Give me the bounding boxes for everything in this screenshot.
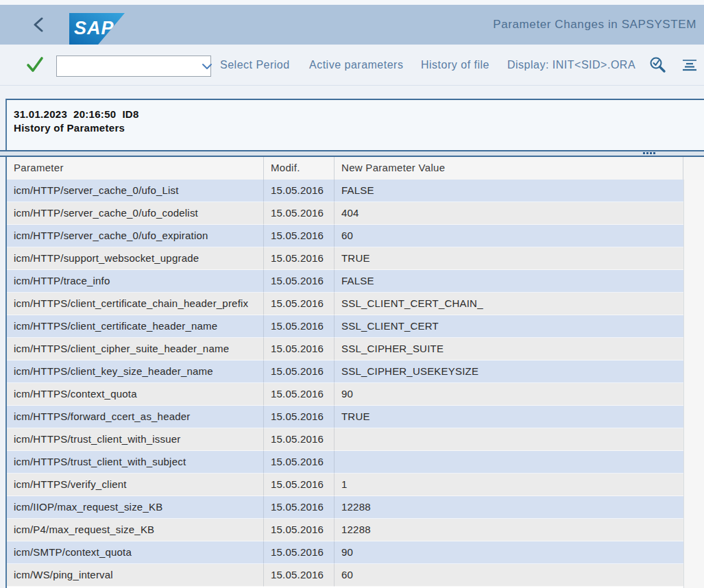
check-icon xyxy=(25,54,45,75)
table-row[interactable]: icm/HTTPS/client_cipher_suite_header_nam… xyxy=(7,338,683,360)
cell-modif: 15.05.2016 xyxy=(264,428,335,451)
cell-modif: 15.05.2016 xyxy=(264,541,335,564)
cell-parameter: icm/HTTP/server_cache_0/ufo_expiration xyxy=(7,225,264,247)
cell-parameter: icm/HTTPS/client_certificate_chain_heade… xyxy=(7,293,264,315)
table-row[interactable]: icm/HTTP/server_cache_0/ufo_codelist 15.… xyxy=(7,202,683,225)
table-row[interactable]: icm/HTTP/trace_info 15.05.2016 FALSE xyxy=(7,270,683,293)
cell-value: 90 xyxy=(335,541,683,564)
cell-value: 60 xyxy=(335,225,683,247)
cell-modif: 15.05.2016 xyxy=(264,564,335,587)
cell-parameter: icm/HTTPS/verify_client xyxy=(7,474,264,496)
table-row[interactable]: icm/IIOP/max_request_size_KB 15.05.2016 … xyxy=(7,496,683,519)
cell-modif: 15.05.2016 xyxy=(264,315,335,338)
table-row[interactable]: icm/SMTP/context_quota 15.05.2016 90 xyxy=(7,541,683,564)
cell-modif: 15.05.2016 xyxy=(264,360,335,383)
stacked-lines-icon xyxy=(681,56,699,74)
column-header-modif[interactable]: Modif. xyxy=(264,157,335,180)
cell-value: TRUE xyxy=(335,247,683,270)
cell-parameter: icm/WS/ping_interval xyxy=(7,564,264,587)
table-row[interactable]: icm/HTTP/support_websocket_upgrade 15.05… xyxy=(7,247,683,270)
cell-parameter: icm/HTTPS/context_quota xyxy=(7,383,264,406)
cell-modif: 15.05.2016 xyxy=(264,225,335,247)
command-combobox[interactable] xyxy=(56,56,211,77)
cell-parameter: icm/HTTP/trace_info xyxy=(7,270,264,293)
sap-logo: SAP xyxy=(69,13,125,45)
ok-button[interactable] xyxy=(25,54,45,75)
table-row[interactable]: icm/HTTPS/client_certificate_header_name… xyxy=(7,315,683,338)
cell-parameter: icm/HTTPS/trust_client_with_issuer xyxy=(7,428,264,451)
report-info-panel: 31.01.2023 20:16:50 ID8 History of Param… xyxy=(5,99,704,150)
cell-parameter: icm/HTTP/server_cache_0/ufo_codelist xyxy=(7,202,264,225)
display-file-button[interactable]: Display: INIT<SID>.ORA xyxy=(507,45,635,85)
table-right-filler xyxy=(683,180,704,588)
magnifier-check-icon xyxy=(648,56,666,74)
cell-modif: 15.05.2016 xyxy=(264,406,335,428)
cell-value xyxy=(335,428,683,451)
chevron-down-icon[interactable] xyxy=(202,56,213,76)
report-timestamp: 31.01.2023 20:16:50 ID8 xyxy=(14,108,704,121)
column-header-new-value[interactable]: New Parameter Value xyxy=(335,157,683,180)
cell-parameter: icm/HTTPS/forward_ccert_as_header xyxy=(7,406,264,428)
cell-parameter: icm/HTTPS/client_cipher_suite_header_nam… xyxy=(7,338,264,360)
cell-value xyxy=(335,451,683,474)
cell-parameter: icm/HTTP/server_cache_0/ufo_List xyxy=(7,180,264,202)
table-row[interactable]: icm/HTTPS/client_certificate_chain_heade… xyxy=(7,293,683,315)
active-parameters-button[interactable]: Active parameters xyxy=(309,45,403,85)
table-header: Parameter Modif. New Parameter Value xyxy=(5,157,704,180)
cell-value: 404 xyxy=(335,202,683,225)
table-row[interactable]: icm/HTTPS/trust_client_with_subject 15.0… xyxy=(7,451,683,474)
cell-modif: 15.05.2016 xyxy=(264,474,335,496)
command-input[interactable] xyxy=(57,56,202,76)
sort-layout-button[interactable] xyxy=(681,56,699,74)
cell-parameter: icm/HTTP/support_websocket_upgrade xyxy=(7,247,264,270)
cell-modif: 15.05.2016 xyxy=(264,293,335,315)
cell-value: 12288 xyxy=(335,496,683,519)
cell-parameter: icm/SMTP/context_quota xyxy=(7,541,264,564)
cell-value: SSL_CLIENT_CERT_CHAIN_ xyxy=(335,293,683,315)
table-row[interactable]: icm/HTTP/server_cache_0/ufo_expiration 1… xyxy=(7,225,683,247)
cell-value: FALSE xyxy=(335,180,683,202)
chevron-left-icon xyxy=(33,17,44,32)
cell-modif: 15.05.2016 xyxy=(264,519,335,541)
splitter-bar[interactable] xyxy=(0,150,704,157)
cell-value: SSL_CIPHER_USEKEYSIZE xyxy=(335,360,683,383)
cell-parameter: icm/HTTPS/trust_client_with_subject xyxy=(7,451,264,474)
cell-modif: 15.05.2016 xyxy=(264,451,335,474)
table-row[interactable]: icm/HTTPS/verify_client 15.05.2016 1 xyxy=(7,474,683,496)
cell-modif: 15.05.2016 xyxy=(264,338,335,360)
cell-value: 1 xyxy=(335,474,683,496)
table-row[interactable]: icm/HTTPS/trust_client_with_issuer 15.05… xyxy=(7,428,683,451)
window-top-strip xyxy=(0,0,704,5)
table-row[interactable]: icm/HTTPS/client_key_size_header_name 15… xyxy=(7,360,683,383)
cell-value: 60 xyxy=(335,564,683,587)
table-row[interactable]: icm/HTTPS/context_quota 15.05.2016 90 xyxy=(7,383,683,406)
cell-modif: 15.05.2016 xyxy=(264,247,335,270)
titlebar: SAP Parameter Changes in SAPSYSTEM xyxy=(0,5,704,45)
cell-value: FALSE xyxy=(335,270,683,293)
back-button[interactable] xyxy=(29,14,48,35)
find-button[interactable] xyxy=(648,56,666,74)
select-period-button[interactable]: Select Period xyxy=(220,45,290,85)
table-row[interactable]: icm/HTTPS/forward_ccert_as_header 15.05.… xyxy=(7,406,683,428)
cell-value: SSL_CIPHER_SUITE xyxy=(335,338,683,360)
column-header-filler xyxy=(683,157,704,180)
history-of-file-button[interactable]: History of file xyxy=(421,45,489,85)
cell-modif: 15.05.2016 xyxy=(264,496,335,519)
table-body: icm/HTTP/server_cache_0/ufo_List 15.05.2… xyxy=(5,180,683,588)
cell-value: 12288 xyxy=(335,519,683,541)
table-row[interactable]: icm/WS/ping_interval 15.05.2016 60 xyxy=(7,564,683,587)
cell-parameter: icm/HTTPS/client_key_size_header_name xyxy=(7,360,264,383)
report-title: History of Parameters xyxy=(14,121,704,135)
cell-value: 90 xyxy=(335,383,683,406)
sap-logo-text: SAP xyxy=(69,18,114,40)
cell-modif: 15.05.2016 xyxy=(264,202,335,225)
cell-parameter: icm/P4/max_request_size_KB xyxy=(7,519,264,541)
cell-parameter: icm/IIOP/max_request_size_KB xyxy=(7,496,264,519)
page-title: Parameter Changes in SAPSYSTEM xyxy=(493,5,696,45)
cell-value: SSL_CLIENT_CERT xyxy=(335,315,683,338)
splitter-grip-icon[interactable] xyxy=(643,152,655,154)
column-header-parameter[interactable]: Parameter xyxy=(7,157,264,180)
table-row[interactable]: icm/P4/max_request_size_KB 15.05.2016 12… xyxy=(7,519,683,541)
table-row[interactable]: icm/HTTP/server_cache_0/ufo_List 15.05.2… xyxy=(7,180,683,202)
cell-modif: 15.05.2016 xyxy=(264,180,335,202)
